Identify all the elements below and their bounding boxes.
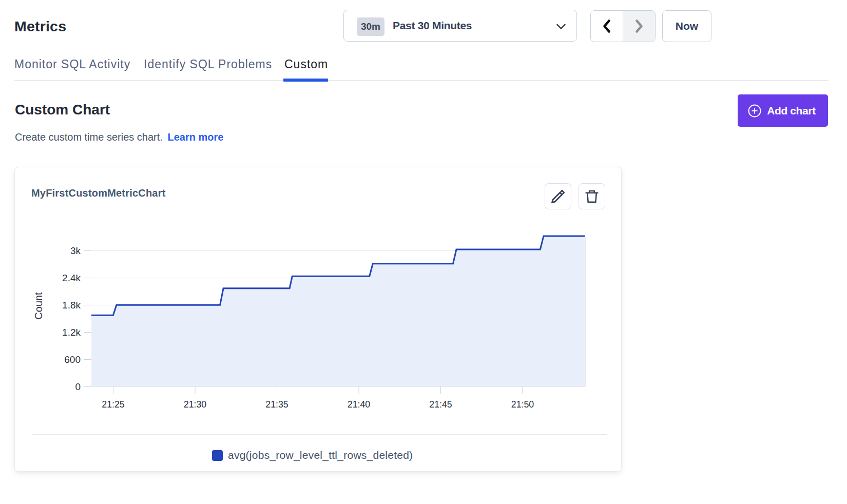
svg-text:Count: Count (33, 292, 44, 320)
svg-text:1.2k: 1.2k (62, 327, 81, 338)
svg-text:2.4k: 2.4k (62, 273, 81, 283)
svg-text:21:50: 21:50 (511, 399, 534, 410)
svg-text:21:45: 21:45 (429, 399, 452, 410)
svg-text:1.8k: 1.8k (62, 300, 81, 311)
svg-text:21:35: 21:35 (265, 399, 288, 410)
svg-text:21:30: 21:30 (184, 399, 207, 410)
svg-text:0: 0 (75, 381, 81, 392)
svg-text:21:25: 21:25 (102, 399, 125, 410)
svg-text:3k: 3k (70, 245, 81, 256)
svg-text:21:40: 21:40 (348, 399, 371, 410)
svg-text:600: 600 (64, 354, 81, 365)
